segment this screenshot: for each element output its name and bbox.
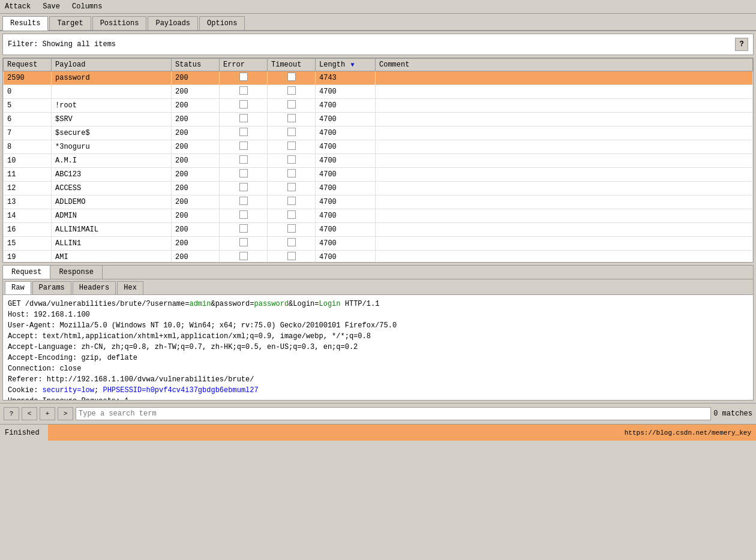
table-row[interactable]: 12ACCESS2004700 — [4, 182, 753, 195]
menu-columns[interactable]: Columns — [70, 1, 104, 12]
col-header-timeout[interactable]: Timeout — [268, 59, 316, 71]
cell-error-checkbox — [239, 252, 248, 260]
cell-timeout-checkbox — [287, 128, 296, 136]
cell-comment — [376, 127, 753, 140]
tab-target[interactable]: Target — [49, 16, 91, 30]
table-row[interactable]: 02004700 — [4, 85, 753, 99]
cell-timeout-checkbox — [287, 155, 296, 164]
cell-status: 200 — [172, 71, 220, 85]
table-row[interactable]: 5!root2004700 — [4, 99, 753, 113]
cell-error — [220, 237, 268, 251]
table-row[interactable]: 10A.M.I2004700 — [4, 154, 753, 168]
cell-timeout-checkbox — [287, 197, 296, 205]
tab-positions[interactable]: Positions — [92, 16, 147, 30]
http-get-prefix: GET /dvwa/vulnerabilities/brute/?usernam… — [8, 300, 189, 308]
cell-timeout — [268, 223, 316, 237]
table-row[interactable]: 14ADMIN2004700 — [4, 209, 753, 223]
filter-help-button[interactable]: ? — [735, 38, 748, 51]
cell-timeout — [268, 209, 316, 223]
cell-length: 4700 — [316, 85, 376, 99]
tab-options[interactable]: Options — [199, 16, 245, 30]
col-header-payload[interactable]: Payload — [52, 59, 172, 71]
cell-length: 4700 — [316, 251, 376, 263]
cell-error — [220, 168, 268, 182]
cell-comment — [376, 85, 753, 99]
http-line-10: Upgrade-Insecure-Requests: 1 — [8, 396, 748, 400]
sub-tab-raw[interactable]: Raw — [5, 281, 31, 294]
col-header-status[interactable]: Status — [172, 59, 220, 71]
cell-request: 2590 — [4, 71, 52, 85]
cell-timeout — [268, 99, 316, 113]
cell-payload: !root — [52, 99, 172, 113]
col-header-comment[interactable]: Comment — [376, 59, 753, 71]
sub-tab-params[interactable]: Params — [32, 281, 71, 294]
sub-tab-hex[interactable]: Hex — [117, 281, 143, 294]
cell-comment — [376, 237, 753, 251]
table-row[interactable]: 7$secure$2004700 — [4, 127, 753, 140]
table-row[interactable]: 16ALLIN1MAIL2004700 — [4, 223, 753, 237]
table-row[interactable]: 6$SRV2004700 — [4, 113, 753, 127]
search-prev-button[interactable]: < — [22, 407, 37, 420]
tab-response[interactable]: Response — [50, 266, 103, 279]
cell-error — [220, 71, 268, 85]
search-input[interactable] — [76, 407, 711, 420]
cell-timeout — [268, 113, 316, 127]
cell-request: 6 — [4, 113, 52, 127]
search-next-button[interactable]: > — [58, 407, 73, 420]
http-line-7: Connection: close — [8, 363, 748, 374]
cell-status: 200 — [172, 182, 220, 195]
cell-payload: *3noguru — [52, 140, 172, 154]
cell-comment — [376, 251, 753, 263]
cell-error-checkbox — [239, 86, 248, 95]
cell-comment — [376, 99, 753, 113]
cell-length: 4743 — [316, 71, 376, 85]
table-row[interactable]: 19AMI2004700 — [4, 251, 753, 263]
cell-timeout — [268, 85, 316, 99]
cell-timeout-checkbox — [287, 224, 296, 233]
cell-error — [220, 209, 268, 223]
cell-length: 4700 — [316, 182, 376, 195]
table-row[interactable]: 8*3noguru2004700 — [4, 140, 753, 154]
status-progress-bar: https://blog.csdn.net/memery_key — [48, 424, 756, 441]
results-table-scroll[interactable]: Request Payload Status Error Timeout Len… — [3, 58, 753, 262]
menu-attack[interactable]: Attack — [2, 1, 33, 12]
cell-request: 0 — [4, 85, 52, 99]
table-row[interactable]: 15ALLIN12004700 — [4, 237, 753, 251]
cell-request: 16 — [4, 223, 52, 237]
search-bar: ? < + > 0 matches — [0, 403, 756, 424]
cell-length: 4700 — [316, 113, 376, 127]
cell-error — [220, 140, 268, 154]
cell-status: 200 — [172, 127, 220, 140]
table-row[interactable]: 2590password2004743 — [4, 71, 753, 85]
cell-timeout — [268, 168, 316, 182]
col-header-request[interactable]: Request — [4, 59, 52, 71]
cell-error — [220, 154, 268, 168]
main-tab-bar: Results Target Positions Payloads Option… — [0, 14, 756, 31]
col-header-error[interactable]: Error — [220, 59, 268, 71]
tab-request[interactable]: Request — [3, 266, 50, 279]
search-help-button[interactable]: ? — [4, 407, 19, 420]
cell-timeout — [268, 127, 316, 140]
http-content[interactable]: GET /dvwa/vulnerabilities/brute/?usernam… — [3, 295, 753, 400]
table-row[interactable]: 11ABC1232004700 — [4, 168, 753, 182]
table-row[interactable]: 13ADLDEMO2004700 — [4, 195, 753, 209]
tab-payloads[interactable]: Payloads — [148, 16, 198, 30]
cell-status: 200 — [172, 99, 220, 113]
cell-length: 4700 — [316, 237, 376, 251]
cell-payload: ABC123 — [52, 168, 172, 182]
status-finished-label: Finished — [0, 429, 48, 437]
search-plus-button[interactable]: + — [40, 407, 55, 420]
cell-error — [220, 127, 268, 140]
cell-request: 7 — [4, 127, 52, 140]
tab-results[interactable]: Results — [2, 16, 48, 31]
col-header-length[interactable]: Length ▼ — [316, 59, 376, 71]
cell-timeout — [268, 154, 316, 168]
cell-payload: $SRV — [52, 113, 172, 127]
cell-status: 200 — [172, 113, 220, 127]
cell-payload: ALLIN1MAIL — [52, 223, 172, 237]
cell-payload — [52, 85, 172, 99]
sub-tab-headers[interactable]: Headers — [73, 281, 116, 294]
http-line-3: User-Agent: Mozilla/5.0 (Windows NT 10.0… — [8, 320, 748, 331]
cell-length: 4700 — [316, 209, 376, 223]
menu-save[interactable]: Save — [40, 1, 62, 12]
